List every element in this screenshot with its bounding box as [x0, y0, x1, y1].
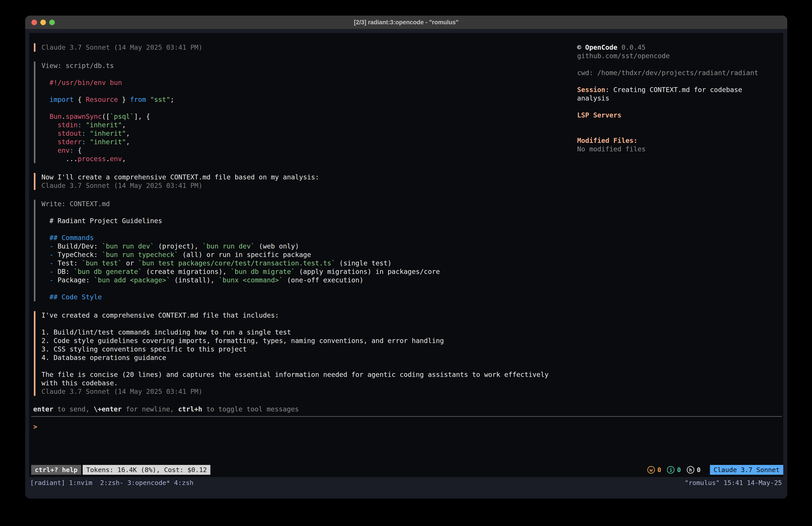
text-line: env: {: [41, 146, 555, 155]
input-separator: [31, 416, 782, 417]
text-line: Write: CONTEXT.md: [41, 200, 555, 208]
text-line: Claude 3.7 Sonnet (14 May 2025 03:41 PM): [41, 182, 555, 190]
minimize-button[interactable]: [40, 19, 46, 25]
text-line: - Test: `bun test` or `bun test packages…: [41, 259, 555, 268]
status-bar: ctrl+? help Tokens: 16.4K (8%), Cost: $0…: [29, 465, 783, 475]
text-line: ## Commands: [41, 233, 555, 242]
text-line: No modified files: [577, 145, 787, 153]
info-diagnostic: i0: [667, 466, 681, 474]
text-line: [41, 284, 555, 293]
text-line: - DB: `bun db generate` (create migratio…: [41, 268, 555, 276]
tmux-status-bar: [radiant] 1:nvim 2:zsh- 3:opencode* 4:zs…: [25, 477, 787, 499]
prompt-input[interactable]: >: [33, 423, 783, 431]
info-circle-icon: i: [667, 466, 675, 474]
text-line: © OpenCode 0.0.45: [577, 43, 787, 52]
text-line: [577, 102, 787, 111]
opencode-tui: Claude 3.7 Sonnet (14 May 2025 03:41 PM)…: [29, 33, 783, 477]
text-line: The file is concise (20 lines) and captu…: [41, 370, 555, 379]
text-line: - Build/Dev: `bun run dev` (project), `b…: [41, 242, 555, 251]
terminal-content: Claude 3.7 Sonnet (14 May 2025 03:41 PM)…: [25, 29, 787, 499]
text-line: analysis: [577, 94, 787, 102]
tool-message: View: script/db.ts #!/usr/bin/env bun im…: [34, 61, 555, 163]
text-line: [577, 60, 787, 69]
text-line: - Package: `bun add <package>` (install)…: [41, 276, 555, 284]
text-line: 2. Code style guidelines covering import…: [41, 337, 555, 345]
text-line: View: script/db.ts: [41, 61, 555, 70]
text-line: Session: Creating CONTEXT.md for codebas…: [577, 86, 787, 94]
info-count: 0: [677, 466, 681, 474]
traffic-lights: [31, 16, 55, 29]
text-line: [41, 104, 555, 112]
text-line: stdout: "inherit",: [41, 129, 555, 138]
text-line: 3. CSS styling conventions specific to t…: [41, 345, 555, 354]
terminal-window: [2/3] radiant:3:opencode - "romulus" Cla…: [25, 16, 787, 499]
text-line: [577, 128, 787, 137]
assistant-message: I've created a comprehensive CONTEXT.md …: [34, 311, 555, 396]
model-badge[interactable]: Claude 3.7 Sonnet: [710, 465, 783, 475]
text-line: # Radiant Project Guidelines: [41, 217, 555, 225]
text-line: 4. Database operations guidance: [41, 354, 555, 362]
warning-diagnostic: w0: [647, 466, 661, 474]
text-line: cwd: /home/thdxr/dev/projects/radiant/ra…: [577, 69, 787, 77]
text-line: #!/usr/bin/env bun: [41, 79, 555, 87]
window-title: [2/3] radiant:3:opencode - "romulus": [25, 16, 787, 29]
text-line: [41, 319, 555, 328]
chat-area: Claude 3.7 Sonnet (14 May 2025 03:41 PM)…: [34, 43, 555, 405]
tokens-cost-badge: Tokens: 16.4K (8%), Cost: $0.12: [83, 465, 211, 475]
text-line: Modified Files:: [577, 137, 787, 145]
text-line: Now I'll create a comprehensive CONTEXT.…: [41, 173, 555, 182]
text-line: [41, 225, 555, 233]
text-line: 1. Build/lint/test commands including ho…: [41, 328, 555, 337]
text-line: [41, 362, 555, 370]
text-line: [41, 87, 555, 95]
text-line: ...process.env,: [41, 155, 555, 163]
text-line: LSP Servers: [577, 111, 787, 119]
text-line: with this codebase.: [41, 379, 555, 387]
text-line: Claude 3.7 Sonnet (14 May 2025 03:41 PM): [41, 387, 555, 396]
tmux-host-time: "romulus" 15:41 14-May-25: [685, 478, 782, 487]
text-line: I've created a comprehensive CONTEXT.md …: [41, 311, 555, 319]
text-line: [41, 208, 555, 217]
help-badge[interactable]: ctrl+? help: [31, 465, 81, 475]
session-sidebar: © OpenCode 0.0.45github.com/sst/opencode…: [577, 43, 787, 153]
warning-circle-icon: w: [647, 466, 655, 474]
text-line: [577, 119, 787, 128]
assistant-message: Now I'll create a comprehensive CONTEXT.…: [34, 173, 555, 190]
diagnostics: w0i0h0: [647, 466, 700, 474]
text-line: Bun.spawnSync([`psql`], {: [41, 112, 555, 121]
hint-count: 0: [697, 466, 700, 474]
text-line: import { Resource } from "sst";: [41, 95, 555, 104]
text-line: Claude 3.7 Sonnet (14 May 2025 03:41 PM): [41, 43, 555, 52]
text-line: [41, 70, 555, 79]
text-line: - TypeCheck: `bun run typecheck` (all) o…: [41, 251, 555, 259]
tool-message: Write: CONTEXT.md # Radiant Project Guid…: [34, 200, 555, 301]
warning-count: 0: [657, 466, 661, 474]
text-line: ## Code Style: [41, 293, 555, 301]
assistant-message: Claude 3.7 Sonnet (14 May 2025 03:41 PM): [34, 43, 555, 52]
tmux-window-list[interactable]: [radiant] 1:nvim 2:zsh- 3:opencode* 4:zs…: [30, 478, 193, 487]
text-line: github.com/sst/opencode: [577, 52, 787, 60]
hint-circle-icon: h: [687, 466, 694, 474]
keybind-hint: enter to send, \+enter for newline, ctrl…: [33, 405, 783, 413]
hint-diagnostic: h0: [687, 466, 700, 474]
window-titlebar: [2/3] radiant:3:opencode - "romulus": [25, 16, 787, 29]
text-line: [577, 77, 787, 86]
text-line: stderr: "inherit",: [41, 138, 555, 146]
close-button[interactable]: [31, 19, 37, 25]
zoom-button[interactable]: [49, 19, 55, 25]
text-line: stdin: "inherit",: [41, 121, 555, 129]
prompt-symbol: >: [33, 423, 37, 431]
